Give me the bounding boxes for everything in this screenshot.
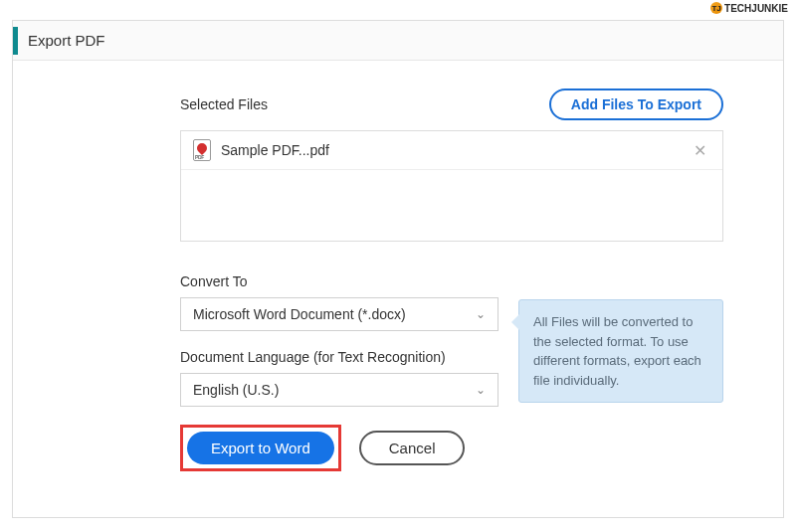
selected-files-list: Sample PDF...pdf ✕ xyxy=(180,130,723,242)
accent-bar xyxy=(13,27,18,55)
action-buttons: Export to Word Cancel xyxy=(180,425,723,471)
add-files-button[interactable]: Add Files To Export xyxy=(549,89,723,120)
tutorial-highlight: Export to Word xyxy=(180,425,341,471)
selected-files-header-row: Selected Files Add Files To Export xyxy=(180,89,723,120)
cancel-button[interactable]: Cancel xyxy=(359,431,466,465)
convert-to-value: Microsoft Word Document (*.docx) xyxy=(193,306,406,322)
panel-header: Export PDF xyxy=(13,21,783,61)
export-to-word-button[interactable]: Export to Word xyxy=(187,432,334,464)
panel-content: Selected Files Add Files To Export Sampl… xyxy=(13,61,783,481)
convert-to-dropdown[interactable]: Microsoft Word Document (*.docx) ⌄ xyxy=(180,297,498,331)
convert-section: Convert To Microsoft Word Document (*.do… xyxy=(180,273,723,407)
export-pdf-panel: Export PDF Selected Files Add Files To E… xyxy=(12,20,784,518)
selected-files-label: Selected Files xyxy=(180,96,268,112)
remove-file-icon[interactable]: ✕ xyxy=(690,141,710,160)
chevron-down-icon: ⌄ xyxy=(476,383,486,397)
watermark: TJ TECHJUNKIE xyxy=(710,2,788,14)
conversion-hint-tooltip: All Files will be converted to the selec… xyxy=(518,299,723,403)
document-language-value: English (U.S.) xyxy=(193,382,279,398)
document-language-label: Document Language (for Text Recognition) xyxy=(180,349,498,365)
pdf-file-icon xyxy=(193,139,211,161)
convert-fields: Convert To Microsoft Word Document (*.do… xyxy=(180,273,498,407)
document-language-dropdown[interactable]: English (U.S.) ⌄ xyxy=(180,373,498,407)
chevron-down-icon: ⌄ xyxy=(476,307,486,321)
panel-title: Export PDF xyxy=(28,32,105,49)
file-row[interactable]: Sample PDF...pdf ✕ xyxy=(181,131,722,170)
watermark-icon: TJ xyxy=(710,2,722,14)
file-name: Sample PDF...pdf xyxy=(221,142,690,158)
convert-to-label: Convert To xyxy=(180,273,498,289)
watermark-text: TECHJUNKIE xyxy=(724,3,788,14)
